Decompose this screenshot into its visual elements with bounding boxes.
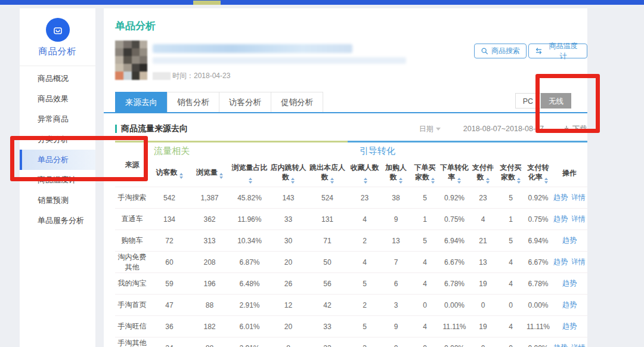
tab-3[interactable]: 促销分析 (271, 92, 323, 112)
cell-2-3: 30 (270, 230, 307, 252)
date-range-value: 2018-08-07~2018-08-07 (463, 125, 544, 133)
col-header-0-0[interactable]: 访客数 (149, 160, 190, 187)
col-header-1-6[interactable]: 支付转化率 (525, 160, 552, 187)
section-title: 商品流量来源去向 (121, 123, 188, 134)
cell-0-0: 542 (149, 187, 190, 209)
action-link-trend-0[interactable]: 趋势 (553, 193, 568, 202)
date-label-blur (153, 72, 171, 80)
cell-7-0: 24 (149, 337, 190, 347)
cell-source-0: 手淘搜索 (115, 187, 149, 209)
product-title-blurred (153, 44, 352, 53)
cell-actions-0: 趋势详情 (552, 187, 587, 209)
sidebar-item-3[interactable]: 分类分析 (20, 129, 95, 150)
cell-7-11: 0.00% (525, 337, 552, 347)
cell-6-9: 19 (469, 316, 497, 337)
top-browser-bar (0, 0, 644, 5)
col-header-0-1[interactable]: 浏览量 (190, 160, 230, 187)
cell-5-10: 0 (497, 295, 525, 316)
action-link-detail-0[interactable]: 详情 (571, 193, 586, 202)
tab-0[interactable]: 来源去向 (115, 92, 168, 112)
tab-2[interactable]: 访客分析 (219, 92, 271, 112)
date-dropdown[interactable]: 日期 (419, 124, 441, 134)
cell-4-10: 4 (497, 273, 525, 295)
action-link-trend-6[interactable]: 趋势 (562, 322, 577, 330)
col-header-source[interactable]: 来源 (115, 142, 149, 187)
device-option-1[interactable]: 无线 (541, 93, 571, 109)
table-row: 手淘搜索5421,38745.82%143524233850.92%2350.9… (115, 187, 587, 209)
action-link-trend-1[interactable]: 趋势 (553, 215, 568, 223)
table-row: 淘内免费其他602086.87%20504746.67%1346.67%趋势详情 (115, 252, 587, 273)
cell-7-4: 23 (307, 337, 348, 347)
col-header-0-3[interactable]: 店内跳转人数 (270, 160, 307, 187)
sidebar-item-5[interactable]: 商品温度计 (20, 170, 95, 190)
cell-6-4: 33 (307, 316, 348, 337)
action-link-trend-7[interactable]: 趋势 (553, 343, 568, 347)
action-link-detail-1[interactable]: 详情 (571, 215, 586, 223)
product-search-button[interactable]: 商品搜索 (474, 44, 527, 58)
cell-2-1: 313 (190, 230, 230, 252)
cell-1-7: 1 (410, 209, 439, 230)
action-link-trend-3[interactable]: 趋势 (553, 258, 568, 266)
cell-4-7: 4 (410, 273, 439, 295)
cell-7-7: 0 (410, 337, 439, 347)
table-row: 手淘旺信361826.01%203359411.11%19411.11%趋势 (115, 316, 587, 337)
cell-1-3: 33 (270, 209, 307, 230)
cell-3-2: 6.87% (230, 252, 270, 273)
cell-5-11: 0.00% (525, 295, 552, 316)
sort-arrows-icon (544, 178, 548, 184)
col-header-1-1[interactable]: 加购人数 (382, 160, 410, 187)
action-link-detail-3[interactable]: 详情 (571, 258, 586, 266)
sidebar-item-2[interactable]: 异常商品 (20, 109, 95, 129)
cell-6-7: 4 (410, 316, 439, 337)
cell-5-9: 0 (469, 295, 497, 316)
cell-1-11: 0.75% (525, 209, 552, 230)
cell-0-7: 5 (410, 187, 439, 209)
download-button[interactable]: 下载 (563, 124, 587, 134)
col-header-1-0[interactable]: 收藏人数 (348, 160, 382, 187)
sidebar-item-6[interactable]: 销量预测 (20, 190, 95, 210)
device-option-0[interactable]: PC (515, 93, 541, 109)
table-row: 购物车7231310.34%307121356.94%2156.94%趋势 (115, 230, 587, 252)
sidebar-item-4[interactable]: 单品分析 (20, 150, 95, 170)
sidebar-item-1[interactable]: 商品效果 (20, 89, 95, 109)
cell-2-11: 6.94% (525, 230, 552, 252)
group-header-traffic: 流量相关 (149, 142, 348, 160)
sort-arrows-icon (399, 178, 402, 184)
cell-source-3: 淘内免费其他 (115, 252, 149, 273)
cell-5-1: 88 (190, 295, 230, 316)
cell-7-8: 0.00% (439, 337, 469, 347)
action-link-detail-7[interactable]: 详情 (571, 343, 586, 347)
sidebar-item-0[interactable]: 商品概况 (20, 69, 95, 89)
action-link-trend-4[interactable]: 趋势 (562, 279, 577, 287)
cell-1-6: 9 (382, 209, 410, 230)
cell-5-7: 0 (410, 295, 439, 316)
cell-5-6: 3 (382, 295, 410, 316)
sort-arrows-icon (179, 173, 183, 179)
cell-6-3: 20 (270, 316, 307, 337)
col-header-1-5[interactable]: 支付买家数 (497, 160, 525, 187)
sidebar-menu: 商品概况商品效果异常商品分类分析单品分析商品温度计销量预测单品服务分析 (20, 66, 95, 231)
cell-7-3: 8 (270, 337, 307, 347)
col-header-0-2[interactable]: 浏览量占比 (230, 160, 270, 187)
col-header-0-4[interactable]: 跳出本店人数 (307, 160, 348, 187)
cell-2-6: 13 (382, 230, 410, 252)
col-header-1-3[interactable]: 下单转化率 (439, 160, 469, 187)
action-link-trend-2[interactable]: 趋势 (562, 236, 577, 244)
cell-1-10: 1 (497, 209, 525, 230)
cell-6-11: 11.11% (525, 316, 552, 337)
tab-1[interactable]: 销售分析 (167, 92, 219, 112)
product-thermometer-button[interactable]: 商品温度计 (528, 44, 587, 58)
col-header-1-2[interactable]: 下单买家数 (410, 160, 439, 187)
cell-3-7: 4 (410, 252, 439, 273)
product-info: 时间：2018-04-23 (153, 41, 406, 82)
product-thermometer-label: 商品温度计 (546, 41, 581, 61)
sort-arrows-icon (249, 178, 252, 184)
cell-0-4: 524 (307, 187, 348, 209)
action-link-trend-5[interactable]: 趋势 (562, 300, 577, 309)
cell-5-5: 2 (348, 295, 382, 316)
cell-0-11: 0.92% (525, 187, 552, 209)
col-header-1-4[interactable]: 支付件数 (469, 160, 497, 187)
product-release-date: 时间：2018-04-23 (153, 71, 406, 81)
sidebar-item-7[interactable]: 单品服务分析 (20, 210, 95, 231)
sort-arrows-icon (486, 178, 490, 184)
